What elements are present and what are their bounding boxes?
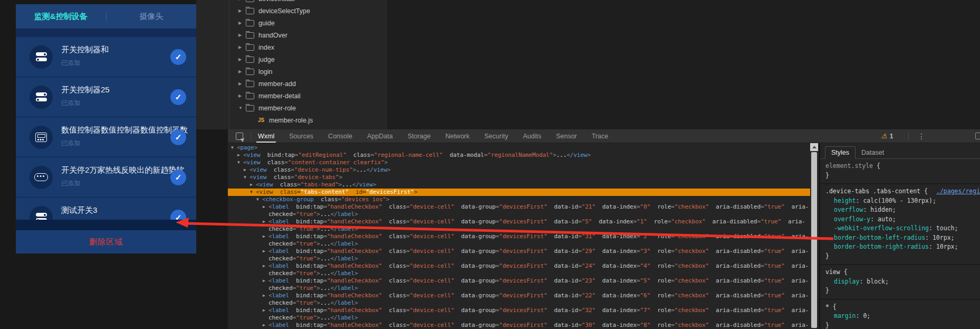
tok-a: role (650, 233, 671, 240)
tree-item-member-add[interactable]: ▶member-add (196, 78, 386, 90)
styles-panel: Styles Dataset element.style {}.device-t… (819, 143, 980, 329)
debugger-tab-console[interactable]: Console (328, 133, 352, 140)
device-list-item[interactable]: 开关停2万家热线反映出的新趋势软已添加✓ (16, 157, 196, 197)
css-property[interactable]: border-bottom-left-radius: 10rpx; (825, 233, 977, 243)
wxml-node[interactable]: checked="true">...</label> (228, 225, 810, 233)
device-list-item[interactable]: 开关控制器和已添加✓ (16, 37, 196, 77)
wxml-node[interactable]: checked="true">...</label> (228, 285, 810, 292)
debugger-tab-audits[interactable]: Audits (523, 133, 541, 140)
wxml-node[interactable]: ▶<view class="device-num-tips">...</view… (228, 166, 810, 174)
preview-tab-0[interactable]: 监测&控制设备 (16, 12, 106, 22)
debugger-tab-security[interactable]: Security (484, 133, 508, 140)
expand-arrow[interactable]: ▶ (263, 307, 268, 314)
expand-arrow[interactable]: ▶ (263, 277, 268, 285)
wxml-node[interactable]: checked="true">...</label> (228, 270, 810, 277)
tree-item-index[interactable]: ▶index (196, 41, 386, 53)
device-name: 开关控制器和 (61, 45, 109, 55)
tab-styles[interactable]: Styles (825, 146, 856, 159)
expand-arrow[interactable]: ▼ (231, 144, 237, 152)
tree-item-member-detail[interactable]: ▶member-detail (196, 90, 386, 102)
debugger-tab-wxml[interactable]: Wxml (258, 133, 274, 140)
expand-arrow[interactable]: ▶ (244, 166, 249, 174)
wxml-scrollbar[interactable] (810, 143, 818, 329)
wxml-node[interactable]: ▼<view class="content-container clearfix… (228, 159, 810, 166)
css-property[interactable]: border-bottom-right-radius: 10rpx; (825, 242, 977, 252)
added-check-icon[interactable]: ✓ (170, 89, 186, 105)
expand-arrow[interactable]: ▶ (263, 262, 268, 270)
wxml-node[interactable]: ▶<label bind:tap="handleCheckbox" class=… (228, 248, 810, 255)
css-source-link[interactable]: ./pages/regional (936, 187, 980, 196)
tok-g: > (354, 270, 358, 277)
wxml-node[interactable]: ▼<page> (228, 144, 810, 152)
debugger-tab-sources[interactable]: Sources (289, 133, 313, 140)
debugger-tab-network[interactable]: Network (445, 133, 469, 140)
expand-arrow[interactable]: ▶ (237, 152, 243, 159)
expand-arrow[interactable]: ▶ (263, 322, 268, 329)
wxml-node[interactable]: ▶<label bind:tap="handleCheckbox" class=… (228, 218, 810, 225)
css-property[interactable]: overflow-y: auto; (825, 215, 977, 224)
wxml-node[interactable]: ▼<view class="device-tabs"> (228, 174, 810, 181)
expand-arrow[interactable]: ▶ (250, 181, 256, 189)
tree-item-guide[interactable]: ▶guide (196, 17, 386, 29)
expand-arrow[interactable]: ▶ (263, 218, 268, 225)
debugger-tab-appdata[interactable]: AppData (367, 133, 393, 140)
debugger-tab-trace[interactable]: Trace (592, 133, 609, 140)
scroll-up-button[interactable] (810, 143, 818, 151)
scrollbar-thumb[interactable] (811, 152, 817, 328)
tok-v: "content-container clearfix" (288, 159, 385, 166)
added-check-icon[interactable]: ✓ (170, 210, 186, 220)
tree-item-member-role[interactable]: ▼member-role (196, 102, 386, 114)
tree-item-deviceInstall[interactable]: ▶deviceInstall (196, 0, 386, 5)
wxml-node[interactable]: ▶<label bind:tap="handleCheckbox" class=… (228, 277, 810, 285)
expand-arrow[interactable]: ▶ (263, 292, 268, 299)
tree-item-login[interactable]: ▶login (196, 65, 386, 78)
delete-zone[interactable]: 删除区域 (16, 230, 196, 253)
css-property[interactable]: margin: 0; (825, 312, 977, 321)
tree-item-deviceSelectType[interactable]: ▶deviceSelectType (196, 5, 386, 17)
preview-tab-1[interactable]: 摄像头 (107, 12, 197, 22)
added-check-icon[interactable]: ✓ (170, 129, 186, 145)
tree-item-member-role.js[interactable]: JSmember-role.js (196, 114, 386, 126)
css-property[interactable]: -webkit-overflow-scrolling: touch; (825, 224, 977, 233)
wxml-node[interactable]: ▶<label bind:tap="handleCheckbox" class=… (228, 322, 810, 329)
debugger-tab-storage[interactable]: Storage (408, 133, 431, 140)
wxml-node[interactable]: ▶<label bind:tap="handleCheckbox" class=… (228, 307, 810, 314)
expand-arrow[interactable]: ▶ (263, 203, 268, 211)
wxml-node[interactable]: checked="true">...</label> (228, 240, 810, 248)
css-property[interactable]: overflow: hidden; (825, 205, 977, 215)
tok-v: "tabs-head" (301, 181, 339, 189)
css-property[interactable]: display: block; (825, 277, 977, 287)
expand-arrow[interactable]: ▼ (250, 189, 256, 196)
expand-arrow[interactable]: ▶ (263, 233, 268, 240)
wxml-node[interactable]: checked="true">...</label> (228, 314, 810, 322)
css-property[interactable]: height: calc(100% - 130rpx); (825, 196, 977, 206)
wxml-node[interactable]: ▶<label bind:tap="handleCheckbox" class=… (228, 233, 810, 240)
dock-side-icon[interactable] (975, 133, 980, 139)
more-options-icon[interactable]: ⋮ (918, 129, 925, 143)
device-list-item[interactable]: 数值控制器数值控制器数值控制器数已添加✓ (16, 117, 196, 157)
wxml-node[interactable]: ▼<checkbox-group class="devices ios"> (228, 196, 810, 203)
wxml-node[interactable]: checked="true">...</label> (228, 299, 810, 307)
tree-item-handOver[interactable]: ▶handOver (196, 29, 386, 41)
wxml-node[interactable]: checked="true">...</label> (228, 211, 810, 218)
inspect-element-icon[interactable] (236, 133, 243, 140)
tab-dataset[interactable]: Dataset (856, 147, 890, 158)
expand-arrow[interactable]: ▼ (256, 196, 262, 203)
wxml-node[interactable]: ▶<label bind:tap="handleCheckbox" class=… (228, 203, 810, 211)
expand-arrow[interactable]: ▶ (263, 248, 268, 255)
wxml-node[interactable]: ▶<label bind:tap="handleCheckbox" class=… (228, 262, 810, 270)
warning-indicator[interactable]: ⚠ 1 (881, 129, 893, 143)
expand-arrow[interactable]: ▼ (244, 174, 249, 181)
debugger-tab-sensor[interactable]: Sensor (556, 133, 577, 140)
device-list-item[interactable]: 开关控制器25已添加✓ (16, 77, 196, 117)
device-list-item[interactable]: 测试开关3已添加✓ (16, 197, 196, 220)
added-check-icon[interactable]: ✓ (170, 170, 186, 185)
wxml-node[interactable]: checked="true">...</label> (228, 255, 810, 262)
wxml-node-selected[interactable]: ▼<view class="tabs-content" id="devicesF… (228, 189, 810, 196)
tree-item-judge[interactable]: ▶judge (196, 53, 386, 65)
wxml-node[interactable]: ▶<view bind:tap="editRegional" class="re… (228, 152, 810, 159)
wxml-node[interactable]: ▶<view class="tabs-head">...</view> (228, 181, 810, 189)
expand-arrow[interactable]: ▼ (237, 159, 243, 166)
wxml-node[interactable]: ▶<label bind:tap="handleCheckbox" class=… (228, 292, 810, 299)
added-check-icon[interactable]: ✓ (170, 49, 186, 65)
